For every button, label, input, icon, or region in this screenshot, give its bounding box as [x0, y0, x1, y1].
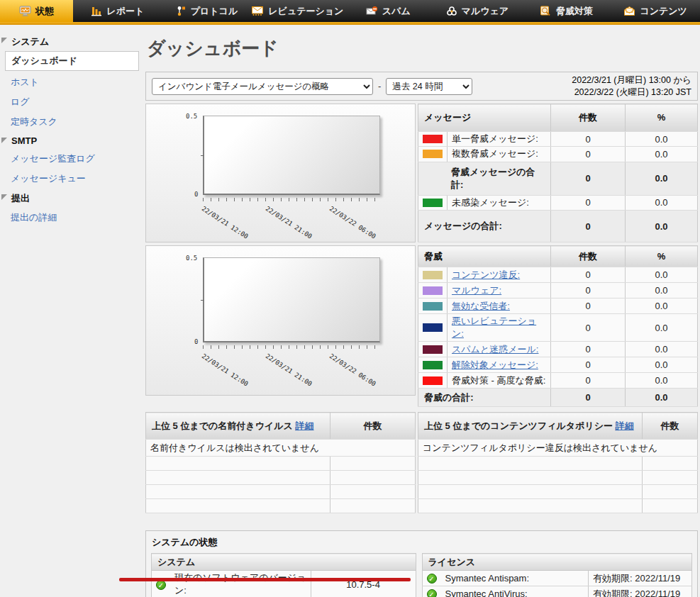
row-count: 0	[551, 211, 626, 242]
bad-reputation-link[interactable]: 悪いレビュテーション:	[452, 316, 536, 339]
row-label: 未感染メッセージ:	[448, 195, 551, 210]
tab-status[interactable]: 状態	[0, 0, 73, 22]
series-color-swatch	[423, 376, 443, 385]
time-range-select[interactable]: 過去 24 時間	[386, 78, 472, 95]
filter-bar: インバウンド電子メールメッセージの概略 - 過去 24 時間 2022/3/21…	[145, 72, 698, 101]
y-axis-tick-min: 0	[194, 338, 198, 345]
license-table: ライセンス ✓ Symantec Antispam: 有効期限: 2022/11…	[422, 553, 692, 597]
row-label: Symantec AntiVirus:	[441, 586, 589, 597]
bar-chart-icon	[91, 6, 102, 16]
table-row	[418, 499, 698, 513]
table-row	[146, 471, 416, 485]
row-count: 0	[551, 162, 626, 195]
series-color-swatch	[423, 345, 443, 354]
column-header: %	[626, 246, 698, 267]
row-label: 現在のソフトウェアのバージョン:	[170, 571, 311, 597]
series-color-swatch	[423, 286, 443, 295]
y-axis-tick-min: 0	[194, 191, 198, 198]
messages-table: メッセージ 件数 % 単一脅威メッセージ: 0 0.0 複数脅威メッセージ: 0…	[418, 104, 698, 242]
column-header: 脅威	[418, 246, 551, 267]
table-row	[418, 457, 698, 471]
tab-label: プロトコル	[191, 5, 238, 18]
main-content: ダッシュボード インバウンド電子メールメッセージの概略 - 過去 24 時間 2…	[145, 25, 698, 597]
report-type-select[interactable]: インバウンド電子メールメッセージの概略	[152, 78, 373, 95]
table-title-text: 上位 5 位までのコンテンツフィルタポリシー	[424, 420, 613, 431]
row-label: 単一脅威メッセージ:	[448, 131, 551, 146]
table-row: 単一脅威メッセージ: 0 0.0	[418, 131, 698, 146]
row-label: 脅威メッセージの合計:	[418, 162, 551, 195]
table-row	[418, 471, 698, 485]
sidebar-group-smtp: SMTP	[0, 132, 144, 149]
antivirus-license-row: ✓ Symantec AntiVirus: 有効期限: 2022/11/19	[422, 586, 691, 597]
column-header: 件数	[551, 246, 626, 267]
tab-malware[interactable]: マルウェア	[433, 0, 522, 22]
series-color-swatch	[423, 271, 443, 279]
series-color-swatch	[423, 361, 443, 369]
row-label: 脅威の合計:	[418, 389, 551, 407]
row-percent: 0.0	[626, 195, 698, 210]
messages-chart: 0.5 0 22/03/21 12:00 22/03/21 21:00 22/0…	[145, 104, 416, 242]
top-content-policies-table: 上位 5 位までのコンテンツフィルタポリシー 詳細 件数 コンテンツフィルタポリ…	[418, 412, 698, 513]
y-axis-tick-max: 0.5	[186, 255, 197, 262]
row-percent: 0.0	[626, 283, 698, 298]
series-color-swatch	[423, 323, 443, 332]
sidebar-item-hosts[interactable]: ホスト	[0, 72, 144, 92]
empty-message-row: コンテンツフィルタポリシー違反は検出されていません	[418, 440, 698, 457]
row-percent: 0.0	[626, 147, 698, 162]
invalid-recipients-link[interactable]: 無効な受信者:	[452, 301, 510, 311]
table-header: ライセンス	[422, 554, 691, 571]
virus-detail-link[interactable]: 詳細	[296, 420, 314, 431]
table-header: システム	[152, 554, 416, 571]
chart-plot-area	[203, 257, 380, 342]
tab-label: コンテンツ	[640, 5, 687, 18]
row-count: 0	[551, 147, 626, 162]
table-row	[418, 485, 698, 499]
table-title: 上位 5 位までのコンテンツフィルタポリシー 詳細	[418, 413, 643, 440]
x-axis-label: 22/03/21 12:00	[201, 205, 250, 240]
spam-unwanted-mail-link[interactable]: スパムと迷惑メール:	[452, 344, 538, 355]
row-count: 0	[551, 267, 626, 283]
sidebar-item-scheduled-tasks[interactable]: 定時タスク	[0, 112, 144, 132]
license-expiry-value: 有効期限: 2022/11/19	[589, 571, 692, 586]
column-header: 件数	[551, 104, 626, 132]
row-percent: 0.0	[626, 342, 698, 357]
content-policy-detail-link[interactable]: 詳細	[616, 420, 634, 431]
tab-label: 脅威対策	[556, 5, 593, 18]
chart-plot-area	[203, 116, 380, 195]
sidebar-item-dashboard[interactable]: ダッシュボード	[5, 51, 139, 71]
row-percent: 0.0	[626, 298, 698, 314]
empty-message-row: 名前付きウイルスは検出されていません	[146, 440, 416, 457]
column-header: 件数	[330, 413, 416, 440]
x-axis-label: 22/03/21 21:00	[265, 205, 313, 240]
row-count: 0	[551, 357, 626, 373]
tab-spam[interactable]: スパム	[343, 0, 433, 22]
table-row-total: メッセージの合計: 0 0.0	[418, 211, 698, 242]
table-row-subtotal: 脅威メッセージの合計: 0 0.0	[418, 162, 698, 195]
row-percent: 0.0	[626, 162, 698, 195]
sidebar-item-logs[interactable]: ログ	[0, 92, 144, 112]
released-messages-link[interactable]: 解除対象メッセージ:	[452, 359, 538, 370]
sidebar-item-submission-details[interactable]: 提出の詳細	[0, 208, 144, 228]
antispam-license-row: ✓ Symantec Antispam: 有効期限: 2022/11/19	[422, 571, 691, 586]
table-row	[146, 499, 416, 513]
tab-reputation[interactable]: レビュテーション	[251, 0, 343, 22]
series-color-swatch	[423, 199, 443, 207]
malware-link[interactable]: マルウェア:	[452, 285, 501, 296]
row-label: 複数脅威メッセージ:	[448, 147, 551, 162]
reputation-envelope-icon	[251, 6, 264, 16]
content-violation-link[interactable]: コンテンツ違反:	[452, 269, 520, 280]
series-color-swatch	[423, 150, 443, 158]
tab-threat-protection[interactable]: 脅威対策	[522, 0, 611, 22]
sidebar-item-message-queue[interactable]: メッセージキュー	[0, 169, 144, 189]
filter-separator: -	[378, 81, 381, 91]
tab-label: レポート	[106, 5, 144, 18]
tab-content[interactable]: コンテンツ	[611, 0, 700, 22]
table-row-total: 脅威の合計: 0 0.0	[418, 389, 698, 407]
sidebar-item-message-audit-log[interactable]: メッセージ監査ログ	[0, 149, 144, 169]
tab-label: レビュテーション	[268, 5, 343, 18]
table-row	[146, 485, 416, 499]
date-range-line1: 2022/3/21 (月曜日) 13:00 から	[572, 74, 691, 86]
tab-reports[interactable]: レポート	[73, 0, 162, 22]
tab-protocols[interactable]: プロトコル	[162, 0, 252, 22]
series-color-swatch	[423, 302, 443, 311]
